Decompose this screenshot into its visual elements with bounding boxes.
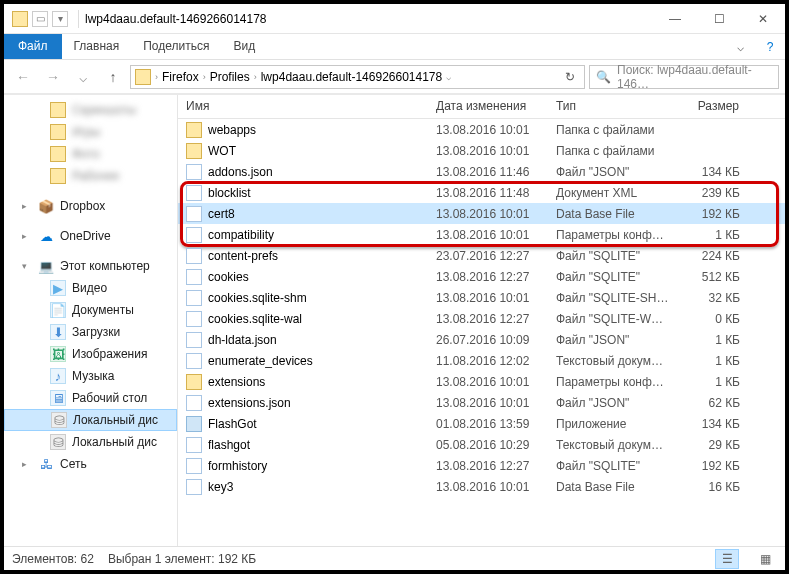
close-button[interactable]: ✕ (741, 4, 785, 34)
file-row[interactable]: cookies13.08.2016 12:27Файл "SQLITE"512 … (178, 266, 785, 287)
file-icon (186, 395, 202, 411)
crumb-0[interactable]: Firefox (162, 70, 199, 84)
sidebar-item[interactable]: Игры (4, 121, 177, 143)
view-icons-button[interactable]: ▦ (753, 549, 777, 569)
sidebar-item[interactable]: Скриншоты (4, 99, 177, 121)
file-row[interactable]: compatibility13.08.2016 10:01Параметры к… (178, 224, 785, 245)
sidebar-item-desk[interactable]: 🖥Рабочий стол (4, 387, 177, 409)
help-button[interactable]: ? (755, 34, 785, 59)
column-name[interactable]: Имя (178, 95, 428, 118)
address-bar: ← → ⌵ ↑ › Firefox › Profiles › lwp4daau.… (4, 60, 785, 94)
file-icon (186, 248, 202, 264)
folder-icon (186, 122, 202, 138)
folder-title-icon (12, 11, 28, 27)
sidebar-item-drive[interactable]: ⛁Локальный дис (4, 409, 177, 431)
search-icon: 🔍 (596, 70, 611, 84)
view-details-button[interactable]: ☰ (715, 549, 739, 569)
file-row[interactable]: blocklist13.08.2016 11:48Документ XML239… (178, 182, 785, 203)
column-type[interactable]: Тип (548, 95, 678, 118)
window-title: lwp4daau.default-1469266014178 (85, 12, 267, 26)
file-row[interactable]: content-prefs23.07.2016 12:27Файл "SQLIT… (178, 245, 785, 266)
column-headers: Имя Дата изменения Тип Размер (178, 95, 785, 119)
file-row[interactable]: cookies.sqlite-shm13.08.2016 10:01Файл "… (178, 287, 785, 308)
qat-properties[interactable]: ▭ (32, 11, 48, 27)
crumb-1[interactable]: Profiles (210, 70, 250, 84)
file-row[interactable]: WOT13.08.2016 10:01Папка с файлами (178, 140, 785, 161)
refresh-button[interactable]: ↻ (560, 70, 580, 84)
chevron-right-icon[interactable]: › (155, 72, 158, 82)
file-icon (186, 227, 202, 243)
ribbon-tabs: Файл Главная Поделиться Вид ⌵ ? (4, 34, 785, 60)
file-row[interactable]: dh-ldata.json26.07.2016 10:09Файл "JSON"… (178, 329, 785, 350)
exe-icon (186, 416, 202, 432)
chevron-right-icon[interactable]: › (203, 72, 206, 82)
file-icon (186, 479, 202, 495)
file-row[interactable]: flashgot05.08.2016 10:29Текстовый докум…… (178, 434, 785, 455)
qat-dropdown[interactable]: ▾ (52, 11, 68, 27)
sidebar-item[interactable]: Фото (4, 143, 177, 165)
file-icon (186, 311, 202, 327)
file-icon (186, 290, 202, 306)
sidebar-item-cloud[interactable]: ▸☁OneDrive (4, 225, 177, 247)
tab-file[interactable]: Файл (4, 34, 62, 59)
file-row[interactable]: enumerate_devices11.08.2016 12:02Текстов… (178, 350, 785, 371)
search-placeholder: Поиск: lwp4daau.default-146… (617, 63, 772, 91)
sidebar-item-doc[interactable]: 📄Документы (4, 299, 177, 321)
nav-recent-dropdown[interactable]: ⌵ (70, 64, 96, 90)
sidebar-item[interactable]: Рабочее (4, 165, 177, 187)
maximize-button[interactable]: ☐ (697, 4, 741, 34)
file-row[interactable]: webapps13.08.2016 10:01Папка с файлами (178, 119, 785, 140)
location-folder-icon (135, 69, 151, 85)
file-icon (186, 437, 202, 453)
minimize-button[interactable]: — (653, 4, 697, 34)
file-row[interactable]: key313.08.2016 10:01Data Base File16 КБ (178, 476, 785, 497)
tab-home[interactable]: Главная (62, 34, 132, 59)
navigation-tree[interactable]: СкриншотыИгрыФотоРабочее▸📦Dropbox▸☁OneDr… (4, 95, 178, 546)
tab-view[interactable]: Вид (221, 34, 267, 59)
crumb-2[interactable]: lwp4daau.default-1469266014178 (261, 70, 443, 84)
file-icon (186, 269, 202, 285)
sidebar-item-net[interactable]: ▸🖧Сеть (4, 453, 177, 475)
breadcrumb-dropdown[interactable]: ⌵ (446, 72, 451, 82)
sidebar-item-drive[interactable]: ⛁Локальный дис (4, 431, 177, 453)
sidebar-item-pc[interactable]: ▾💻Этот компьютер (4, 255, 177, 277)
file-icon (186, 185, 202, 201)
file-icon (186, 164, 202, 180)
status-bar: Элементов: 62 Выбран 1 элемент: 192 КБ ☰… (4, 546, 785, 570)
file-row[interactable]: FlashGot01.08.2016 13:59Приложение134 КБ (178, 413, 785, 434)
sidebar-item-img[interactable]: 🖼Изображения (4, 343, 177, 365)
file-rows[interactable]: webapps13.08.2016 10:01Папка с файламиWO… (178, 119, 785, 546)
file-icon (186, 458, 202, 474)
file-icon (186, 206, 202, 222)
nav-forward-button[interactable]: → (40, 64, 66, 90)
file-row[interactable]: cookies.sqlite-wal13.08.2016 12:27Файл "… (178, 308, 785, 329)
folder-icon (186, 374, 202, 390)
titlebar: ▭ ▾ lwp4daau.default-1469266014178 — ☐ ✕ (4, 4, 785, 34)
file-row[interactable]: addons.json13.08.2016 11:46Файл "JSON"13… (178, 161, 785, 182)
status-selection: Выбран 1 элемент: 192 КБ (108, 552, 256, 566)
file-row[interactable]: formhistory13.08.2016 12:27Файл "SQLITE"… (178, 455, 785, 476)
file-icon (186, 332, 202, 348)
breadcrumb-box[interactable]: › Firefox › Profiles › lwp4daau.default-… (130, 65, 585, 89)
file-row[interactable]: extensions13.08.2016 10:01Параметры конф… (178, 371, 785, 392)
column-size[interactable]: Размер (678, 95, 748, 118)
ribbon-collapse-button[interactable]: ⌵ (725, 34, 755, 59)
column-date[interactable]: Дата изменения (428, 95, 548, 118)
sidebar-item-vid[interactable]: ▶Видео (4, 277, 177, 299)
search-input[interactable]: 🔍 Поиск: lwp4daau.default-146… (589, 65, 779, 89)
folder-icon (186, 143, 202, 159)
file-row[interactable]: cert813.08.2016 10:01Data Base File192 К… (178, 203, 785, 224)
sidebar-item-dwn[interactable]: ⬇Загрузки (4, 321, 177, 343)
sidebar-item-mus[interactable]: ♪Музыка (4, 365, 177, 387)
file-list: Имя Дата изменения Тип Размер webapps13.… (178, 95, 785, 546)
nav-up-button[interactable]: ↑ (100, 64, 126, 90)
file-row[interactable]: extensions.json13.08.2016 10:01Файл "JSO… (178, 392, 785, 413)
nav-back-button[interactable]: ← (10, 64, 36, 90)
file-icon (186, 353, 202, 369)
chevron-right-icon[interactable]: › (254, 72, 257, 82)
status-item-count: Элементов: 62 (12, 552, 94, 566)
tab-share[interactable]: Поделиться (131, 34, 221, 59)
sidebar-item-drop[interactable]: ▸📦Dropbox (4, 195, 177, 217)
